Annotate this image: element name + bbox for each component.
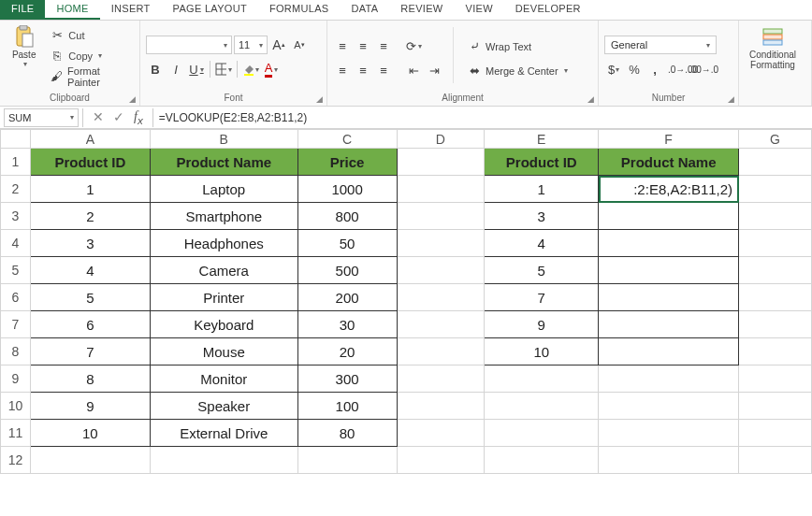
cell-G7[interactable] bbox=[739, 311, 812, 338]
row-header-3[interactable]: 3 bbox=[1, 203, 31, 230]
tab-home[interactable]: HOME bbox=[45, 0, 99, 20]
cell-G11[interactable] bbox=[739, 420, 812, 447]
align-bottom-button[interactable]: ≡ bbox=[374, 37, 393, 56]
cell-F4[interactable] bbox=[599, 230, 739, 257]
cell-E8[interactable]: 10 bbox=[485, 338, 599, 366]
cell-G9[interactable] bbox=[739, 366, 812, 393]
cell-D2[interactable] bbox=[397, 176, 485, 203]
cell-E7[interactable]: 9 bbox=[485, 311, 599, 338]
align-center-button[interactable]: ≡ bbox=[354, 62, 372, 80]
cell-C12[interactable] bbox=[297, 447, 397, 474]
increase-font-button[interactable]: A▴ bbox=[269, 36, 288, 54]
row-header-6[interactable]: 6 bbox=[1, 284, 31, 311]
tab-review[interactable]: REVIEW bbox=[389, 0, 454, 20]
cell-B9[interactable]: Monitor bbox=[150, 366, 297, 393]
cell-B4[interactable]: Headphones bbox=[150, 230, 297, 257]
cell-B11[interactable]: External Drive bbox=[150, 420, 297, 447]
row-header-1[interactable]: 1 bbox=[1, 149, 31, 176]
cell-C4[interactable]: 50 bbox=[297, 230, 397, 257]
worksheet-grid[interactable]: ABCDEFG1Product IDProduct NamePriceProdu… bbox=[0, 129, 812, 474]
cell-A11[interactable]: 10 bbox=[30, 420, 150, 447]
enter-formula-button[interactable]: ✓ bbox=[113, 109, 124, 126]
borders-button[interactable]: ▾ bbox=[214, 60, 233, 79]
cell-E5[interactable]: 5 bbox=[485, 257, 599, 284]
cell-F3[interactable] bbox=[599, 203, 739, 230]
cell-B1[interactable]: Product Name bbox=[150, 149, 297, 176]
row-header-5[interactable]: 5 bbox=[1, 257, 31, 284]
row-header-2[interactable]: 2 bbox=[1, 176, 31, 203]
cell-D10[interactable] bbox=[397, 393, 485, 420]
cell-F9[interactable] bbox=[599, 366, 739, 393]
cell-G5[interactable] bbox=[739, 257, 812, 284]
cell-D1[interactable] bbox=[397, 149, 485, 176]
cell-A4[interactable]: 3 bbox=[30, 230, 150, 257]
cell-D3[interactable] bbox=[397, 203, 485, 230]
fill-color-button[interactable]: ▾ bbox=[241, 60, 260, 79]
increase-indent-button[interactable]: ⇥ bbox=[425, 62, 443, 80]
font-color-button[interactable]: A▾ bbox=[262, 60, 281, 79]
insert-function-button[interactable]: fx bbox=[134, 109, 143, 126]
tab-file[interactable]: FILE bbox=[0, 0, 45, 20]
cell-B12[interactable] bbox=[150, 447, 297, 474]
wrap-text-button[interactable]: ⤶ Wrap Text bbox=[463, 37, 572, 56]
tab-data[interactable]: DATA bbox=[340, 0, 389, 20]
row-header-8[interactable]: 8 bbox=[1, 338, 31, 366]
cell-G8[interactable] bbox=[739, 338, 812, 366]
align-left-button[interactable]: ≡ bbox=[333, 62, 352, 80]
decrease-font-button[interactable]: A▾ bbox=[290, 36, 309, 54]
orientation-button[interactable]: ⟳▾ bbox=[404, 37, 423, 56]
cell-G2[interactable] bbox=[739, 176, 812, 203]
cell-F1[interactable]: Product Name bbox=[599, 149, 739, 176]
row-header-12[interactable]: 12 bbox=[1, 447, 31, 474]
cell-F5[interactable] bbox=[599, 257, 739, 284]
cell-E11[interactable] bbox=[485, 420, 599, 447]
format-painter-button[interactable]: 🖌 Format Painter bbox=[46, 67, 134, 86]
cell-D8[interactable] bbox=[397, 338, 485, 366]
cell-B10[interactable]: Speaker bbox=[150, 393, 297, 420]
cell-G1[interactable] bbox=[739, 149, 812, 176]
cancel-formula-button[interactable]: ✕ bbox=[93, 109, 104, 126]
col-header-A[interactable]: A bbox=[30, 130, 150, 149]
cell-B8[interactable]: Mouse bbox=[150, 338, 297, 366]
cell-C2[interactable]: 1000 bbox=[297, 176, 397, 203]
cell-A5[interactable]: 4 bbox=[30, 257, 150, 284]
cell-D4[interactable] bbox=[397, 230, 485, 257]
tab-insert[interactable]: INSERT bbox=[100, 0, 162, 20]
cell-F10[interactable] bbox=[599, 393, 739, 420]
cell-C8[interactable]: 20 bbox=[297, 338, 397, 366]
dialog-launcher-icon[interactable]: ◢ bbox=[587, 94, 594, 104]
cell-B2[interactable]: Laptop bbox=[150, 176, 297, 203]
align-top-button[interactable]: ≡ bbox=[333, 37, 352, 56]
cell-G12[interactable] bbox=[739, 447, 812, 474]
row-header-10[interactable]: 10 bbox=[1, 393, 31, 420]
cell-F12[interactable] bbox=[599, 447, 739, 474]
align-right-button[interactable]: ≡ bbox=[374, 62, 393, 80]
cell-A12[interactable] bbox=[30, 447, 150, 474]
cell-E4[interactable]: 4 bbox=[485, 230, 599, 257]
row-header-7[interactable]: 7 bbox=[1, 311, 31, 338]
formula-input[interactable] bbox=[153, 109, 812, 126]
cell-F2[interactable]: :2:E8,A2:B11,2) bbox=[599, 176, 739, 203]
cell-E2[interactable]: 1 bbox=[485, 176, 599, 203]
cell-A2[interactable]: 1 bbox=[30, 176, 150, 203]
cell-B3[interactable]: Smartphone bbox=[150, 203, 297, 230]
row-header-4[interactable]: 4 bbox=[1, 230, 31, 257]
dialog-launcher-icon[interactable]: ◢ bbox=[316, 94, 323, 104]
tab-developer[interactable]: DEVELOPER bbox=[504, 0, 592, 20]
cell-C11[interactable]: 80 bbox=[297, 420, 397, 447]
conditional-formatting-button[interactable]: ConditionalFormatting bbox=[745, 23, 801, 98]
cell-B7[interactable]: Keyboard bbox=[150, 311, 297, 338]
select-all-corner[interactable] bbox=[1, 130, 31, 149]
cell-C6[interactable]: 200 bbox=[297, 284, 397, 311]
cell-E9[interactable] bbox=[485, 366, 599, 393]
col-header-C[interactable]: C bbox=[297, 130, 397, 149]
underline-button[interactable]: U▾ bbox=[187, 60, 206, 79]
align-middle-button[interactable]: ≡ bbox=[354, 37, 372, 56]
cell-B6[interactable]: Printer bbox=[150, 284, 297, 311]
cell-C10[interactable]: 100 bbox=[297, 393, 397, 420]
cell-A9[interactable]: 8 bbox=[30, 366, 150, 393]
cell-F8[interactable] bbox=[599, 338, 739, 366]
tab-formulas[interactable]: FORMULAS bbox=[258, 0, 341, 20]
cell-D5[interactable] bbox=[397, 257, 485, 284]
cell-A10[interactable]: 9 bbox=[30, 393, 150, 420]
